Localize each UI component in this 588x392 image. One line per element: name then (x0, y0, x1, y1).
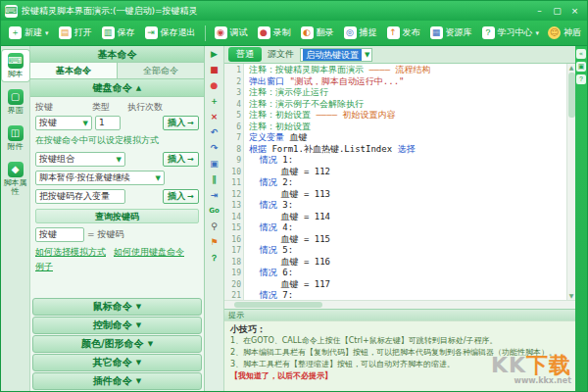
bookmark-icon[interactable]: ⚑ (208, 236, 221, 249)
code-line[interactable]: 注释：演示例子不会解除执行 (249, 99, 566, 111)
code-line[interactable]: 情况 6: (249, 268, 566, 279)
window-controls: – ▢ × (531, 4, 583, 18)
code-line[interactable]: 注释：初始设置 (249, 122, 566, 133)
code-line[interactable]: 血键 = 114 (249, 212, 566, 223)
code-line[interactable]: 情况 1: (249, 155, 566, 167)
store-keycode-field[interactable]: 把按键码存入变量 (35, 189, 125, 204)
redo-icon[interactable]: ↷ (208, 142, 221, 155)
copy-code-icon[interactable]: ▣ (208, 158, 221, 171)
code-line[interactable]: 注释：演示停止运行 (249, 87, 566, 99)
keyboard-section-header[interactable]: 键盘命令 ▲ (30, 79, 204, 97)
learn-center-button[interactable]: ？学习中心▾ (478, 24, 544, 41)
record-icon[interactable]: ● (208, 79, 221, 92)
section-bar-2[interactable]: 颜色/图形命令▼ (32, 335, 202, 353)
code-line[interactable]: 注释：初始设置 ———— 初始设置内容 (249, 110, 566, 122)
count-input[interactable]: 1 (95, 116, 121, 130)
sidebar-item-script-properties[interactable]: ◆脚本属性 (2, 159, 29, 199)
code-line[interactable]: 血键 = 116 (249, 257, 566, 269)
output-bar[interactable]: 提示 (224, 309, 575, 320)
new-button[interactable]: ＋新建▾ (5, 24, 53, 41)
sidebar-item-ui[interactable]: ▢界面 (2, 86, 29, 118)
insert-arrow-icon: → (187, 119, 194, 127)
goto-icon[interactable]: Go (208, 205, 221, 218)
pause-select[interactable]: 脚本暂停·按任意键继续 ▼ (35, 171, 165, 185)
code-line[interactable]: 情况 7: (249, 290, 566, 300)
code-lines[interactable]: 注释：按键精灵脚本界面演示 ———— 流程结构弹出窗口 "测试，脚本自动运行中.… (244, 64, 566, 300)
section-bar-3[interactable]: 其它命令▼ (32, 354, 202, 371)
sim-mode-hint: 在按键命令中可以设定模拟方式 (35, 134, 199, 147)
panel-tab-0[interactable]: 基本命令 (30, 63, 118, 78)
section-bar-4[interactable]: 插件命令▼ (32, 372, 202, 390)
key-combo-select[interactable]: 按键组合 ▼ (35, 152, 125, 167)
delete-line-icon[interactable]: × (208, 111, 221, 123)
debug-button[interactable]: ◉调试 (211, 24, 252, 41)
record-button[interactable]: ●录制 (254, 24, 295, 41)
insert-combo-button[interactable]: 插入 → (163, 152, 199, 167)
view-tab-normal[interactable]: 普通 (228, 47, 262, 62)
code-line[interactable]: 情况 3: (249, 200, 566, 212)
horizontal-scrollbar[interactable] (224, 300, 575, 309)
code-line[interactable]: 注释：按键精灵脚本界面演示 ———— 流程结构 (249, 65, 566, 76)
undo-icon[interactable]: ↶ (208, 126, 221, 139)
toolbar-action-group: ◉调试●录制◐翻录◎捕捉↑发布▦资源库？学习中心▾ (211, 24, 544, 41)
find-icon[interactable]: ⚲ (208, 220, 221, 233)
scroll-up-icon[interactable]: ▲ (569, 64, 574, 72)
indent-icon[interactable]: ⇥ (208, 189, 221, 202)
user-chip[interactable]: ☺ 神盾 (548, 26, 583, 39)
hotkey-combo[interactable]: 启动热键设置 ▼ (300, 48, 372, 62)
code-line[interactable]: 根据 Form1.补血热键.ListIndex 选择 (249, 144, 566, 156)
scroll-down-icon[interactable]: ▼ (569, 292, 574, 300)
minimize-button[interactable]: – (531, 4, 548, 18)
view-tab-source[interactable]: 源文件 (268, 48, 294, 61)
code-line[interactable]: 血键 = 115 (249, 234, 566, 246)
query-key-input[interactable]: 按键 (35, 227, 84, 242)
library-button[interactable]: ▦资源库 (426, 24, 476, 41)
sidebar-item-attachment[interactable]: ◫附件 (2, 122, 29, 154)
maximize-button[interactable]: ▢ (549, 4, 565, 18)
username: 神盾 (564, 26, 581, 39)
code-line[interactable]: 弹出窗口 "测试，脚本自动运行中..." (249, 76, 566, 88)
new-icon: ＋ (9, 26, 22, 39)
code-line[interactable]: 血键 = 117 (249, 279, 566, 291)
code-line[interactable]: 定义变量 血键 (249, 132, 566, 144)
panel-tab-1[interactable]: 全部命令 (118, 63, 204, 78)
rerecord-button[interactable]: ◐翻录 (297, 24, 338, 41)
scrollbar-thumb[interactable] (234, 302, 322, 308)
board-icon[interactable]: ▣ (576, 62, 586, 72)
help-icon[interactable]: ？ (208, 252, 221, 265)
open-button[interactable]: ▤打开 (55, 24, 96, 41)
stop-icon[interactable]: ■ (208, 64, 221, 76)
run-icon[interactable]: ▶ (208, 48, 221, 61)
section-bar-1[interactable]: 控制命令▼ (32, 317, 202, 334)
query-keycode-label: = 按键码 (87, 228, 123, 241)
help-link-0[interactable]: 如何选择模拟方式 (35, 246, 106, 259)
insert-store-button[interactable]: 插入 → (163, 189, 199, 204)
close-button[interactable]: × (566, 4, 583, 18)
vertical-scrollbar[interactable]: ▲ ▼ (566, 64, 575, 300)
capture-icon: ◎ (344, 26, 357, 39)
help-link-2[interactable]: 例子 (35, 261, 53, 273)
code-line[interactable]: 血键 = 113 (249, 189, 566, 201)
line-number: 4 (224, 99, 241, 111)
tips-dismiss-link[interactable]: 【我知道了，以后不必提示】 (230, 370, 569, 382)
section-bar-0[interactable]: 鼠标命令▼ (32, 298, 202, 316)
collapse-panel-icon[interactable]: « (576, 49, 586, 59)
add-line-icon[interactable]: ＋ (208, 95, 221, 108)
scrollbar-thumb[interactable] (568, 73, 575, 118)
capture-button[interactable]: ◎捕捉 (340, 24, 381, 41)
key-select[interactable]: 按键 ▼ (35, 116, 92, 130)
comment-icon[interactable]: ∥ (208, 173, 221, 186)
line-number: 18 (224, 257, 241, 269)
save-exit-button[interactable]: ⇥保存退出 (141, 24, 200, 41)
code-line[interactable]: 情况 5: (249, 245, 566, 257)
insert-key-button[interactable]: 插入 → (163, 116, 199, 130)
sidebar-item-script[interactable]: ⌨脚本 (2, 50, 29, 81)
save-button[interactable]: ▥保存 (98, 24, 139, 41)
help-link-1[interactable]: 如何使用键盘命令 (114, 246, 184, 259)
publish-button[interactable]: ↑发布 (383, 24, 424, 41)
code-line[interactable]: 情况 4: (249, 222, 566, 234)
help-icon[interactable]: ？ (576, 74, 586, 84)
code-editor[interactable]: 123456789101112131415161718192021 注释：按键精… (224, 64, 575, 300)
code-line[interactable]: 情况 2: (249, 177, 566, 189)
code-line[interactable]: 血键 = 112 (249, 167, 566, 178)
